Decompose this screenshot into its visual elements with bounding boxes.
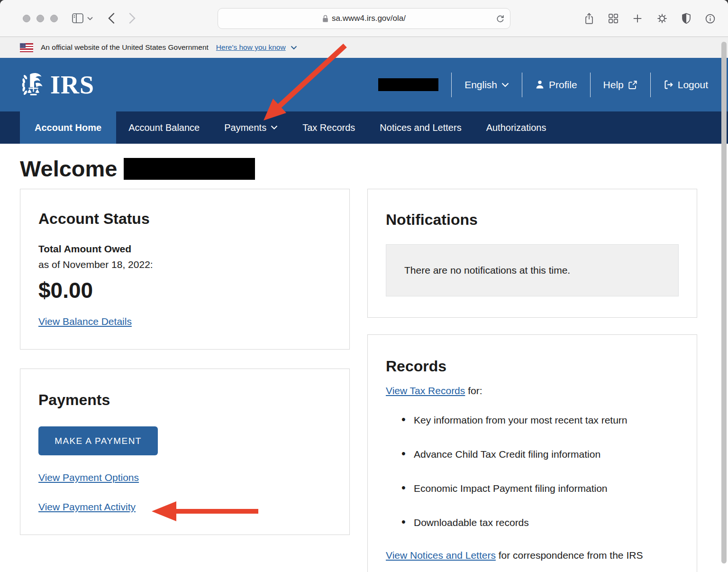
chevron-down-icon <box>501 83 509 87</box>
payments-title: Payments <box>38 369 331 409</box>
chevron-down-icon <box>271 125 278 130</box>
header-divider <box>451 73 452 97</box>
page-content: Welcome Account Status Total Amount Owed… <box>0 157 728 572</box>
share-icon[interactable] <box>584 12 594 25</box>
tab-overview-icon[interactable] <box>608 13 619 24</box>
irs-logo-text: IRS <box>50 72 94 98</box>
nav-tax-records[interactable]: Tax Records <box>290 111 367 144</box>
list-item: Downloadable tax records <box>401 516 679 529</box>
view-payment-activity-link[interactable]: View Payment Activity <box>38 501 136 513</box>
total-amount-owed-label: Total Amount Owed <box>38 243 331 255</box>
privacy-shield-icon[interactable] <box>682 13 691 24</box>
person-icon <box>535 80 545 90</box>
view-notices-and-letters-link[interactable]: View Notices and Letters <box>386 550 496 561</box>
nav-authorizations[interactable]: Authorizations <box>474 111 559 144</box>
sidebar-chevron-down-icon[interactable] <box>87 17 93 20</box>
list-item: Key information from your most recent ta… <box>401 413 679 427</box>
external-link-icon <box>628 80 637 90</box>
logout-icon <box>664 80 673 90</box>
view-tax-records-suffix: for: <box>465 385 482 396</box>
list-item: Advance Child Tax Credit filing informat… <box>401 447 679 461</box>
zoom-window-button[interactable] <box>50 15 58 22</box>
account-status-card: Account Status Total Amount Owed as of N… <box>20 189 350 350</box>
language-selector[interactable]: English <box>464 79 509 91</box>
help-link[interactable]: Help <box>603 79 637 91</box>
right-column: Notifications There are no notifications… <box>367 189 697 572</box>
close-window-button[interactable] <box>23 15 30 22</box>
records-card: Records View Tax Records for: Key inform… <box>367 334 697 572</box>
header-divider <box>522 73 522 97</box>
nav-notices-and-letters[interactable]: Notices and Letters <box>367 111 473 144</box>
notifications-title: Notifications <box>386 189 679 229</box>
gov-banner: An official website of the United States… <box>0 37 728 58</box>
heres-how-you-know-link[interactable]: Here's how you know <box>216 43 297 52</box>
make-a-payment-button[interactable]: MAKE A PAYMENT <box>38 426 158 455</box>
header-divider <box>590 73 591 97</box>
notifications-empty-text: There are no notifications at this time. <box>404 265 570 276</box>
account-status-title: Account Status <box>38 189 331 228</box>
browser-window: sa.www4.irs.gov/ola/ <box>0 0 728 572</box>
site-header: IRS English Profile Help <box>0 58 728 111</box>
chevron-down-icon <box>291 46 297 50</box>
view-tax-records-line: View Tax Records for: <box>386 385 679 397</box>
window-controls[interactable] <box>23 15 58 22</box>
view-notices-line: View Notices and Letters for corresponde… <box>386 550 679 561</box>
nav-payments[interactable]: Payments <box>212 111 290 144</box>
info-icon[interactable] <box>705 13 716 24</box>
view-payment-options-link[interactable]: View Payment Options <box>38 472 139 483</box>
view-tax-records-link[interactable]: View Tax Records <box>386 385 465 396</box>
url-text: sa.www4.irs.gov/ola/ <box>332 14 406 23</box>
redacted-username <box>378 78 438 91</box>
main-nav: Account Home Account Balance Payments Ta… <box>0 111 728 144</box>
back-button[interactable] <box>108 13 115 24</box>
page-title: Welcome <box>20 157 708 181</box>
view-balance-details-link[interactable]: View Balance Details <box>38 316 132 327</box>
gov-banner-text: An official website of the United States… <box>41 43 209 52</box>
as-of-date: as of November 18, 2022: <box>38 259 331 270</box>
forward-button[interactable] <box>129 13 136 24</box>
reload-icon[interactable] <box>496 14 504 23</box>
records-title: Records <box>386 335 679 375</box>
records-bullet-list: Key information from your most recent ta… <box>401 413 679 529</box>
irs-logo[interactable]: IRS <box>20 71 94 99</box>
list-item: Economic Impact Payment filing informati… <box>401 481 679 495</box>
amount-owed-value: $0.00 <box>38 277 331 303</box>
profile-link[interactable]: Profile <box>535 79 577 91</box>
left-column: Account Status Total Amount Owed as of N… <box>20 189 350 535</box>
payments-card: Payments MAKE A PAYMENT View Payment Opt… <box>20 369 350 535</box>
notifications-card: Notifications There are no notifications… <box>367 189 697 318</box>
scrollbar-thumb[interactable] <box>721 42 727 563</box>
notifications-empty-box: There are no notifications at this time. <box>386 244 679 296</box>
new-tab-icon[interactable] <box>632 13 643 24</box>
ssl-lock-icon <box>322 15 328 23</box>
sidebar-toggle-icon[interactable] <box>72 13 83 23</box>
us-flag-icon <box>20 43 33 52</box>
view-notices-suffix: for correspondence from the IRS <box>496 550 643 561</box>
address-bar[interactable]: sa.www4.irs.gov/ola/ <box>218 8 510 29</box>
settings-gear-icon[interactable] <box>656 13 668 24</box>
logout-link[interactable]: Logout <box>664 79 708 91</box>
nav-account-balance[interactable]: Account Balance <box>116 111 212 144</box>
browser-toolbar: sa.www4.irs.gov/ola/ <box>0 0 728 37</box>
redacted-name <box>124 158 255 180</box>
header-divider <box>650 73 651 97</box>
minimize-window-button[interactable] <box>36 15 44 22</box>
nav-account-home[interactable]: Account Home <box>20 111 116 144</box>
irs-eagle-icon <box>20 71 48 99</box>
